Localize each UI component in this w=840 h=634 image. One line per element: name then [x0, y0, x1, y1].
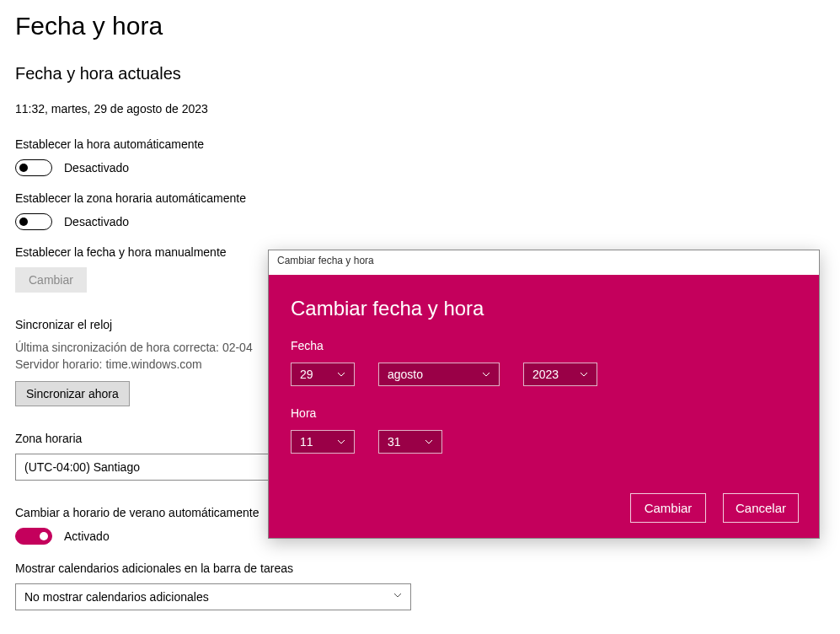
cal-value: No mostrar calendarios adicionales: [24, 590, 209, 604]
page-title: Fecha y hora: [15, 12, 825, 40]
additional-calendars-block: Mostrar calendarios adicionales en la ba…: [15, 561, 825, 610]
dst-state: Activado: [64, 529, 110, 543]
sync-now-button[interactable]: Sincronizar ahora: [15, 381, 130, 406]
dst-toggle[interactable]: [15, 528, 52, 545]
dialog-time-row: 11 31: [291, 430, 797, 454]
year-value: 2023: [532, 368, 559, 381]
dialog-cancel-button[interactable]: Cancelar: [723, 493, 799, 523]
chevron-down-icon: [337, 439, 345, 444]
chevron-down-icon: [580, 372, 588, 377]
tz-value: (UTC-04:00) Santiago: [24, 460, 140, 474]
dialog-ok-button[interactable]: Cambiar: [630, 493, 706, 523]
dialog-titlebar: Cambiar fecha y hora: [269, 250, 819, 275]
auto-time-label: Establecer la hora automáticamente: [15, 137, 825, 151]
month-value: agosto: [388, 368, 423, 381]
current-datetime: 11:32, martes, 29 de agosto de 2023: [15, 102, 825, 116]
chevron-down-icon: [482, 372, 490, 377]
chevron-down-icon: [425, 439, 433, 444]
day-value: 29: [300, 368, 313, 381]
year-select[interactable]: 2023: [523, 363, 597, 386]
auto-tz-state: Desactivado: [64, 215, 129, 228]
dialog-body: Cambiar fecha y hora Fecha 29 agosto 202…: [269, 275, 819, 538]
dialog-date-row: 29 agosto 2023: [291, 363, 797, 386]
auto-time-state: Desactivado: [64, 161, 129, 175]
chevron-down-icon: [337, 372, 345, 377]
auto-tz-toggle[interactable]: [15, 213, 52, 230]
change-datetime-button[interactable]: Cambiar: [15, 267, 87, 293]
auto-tz-block: Establecer la zona horaria automáticamen…: [15, 191, 825, 230]
hour-value: 11: [300, 435, 313, 449]
change-datetime-dialog: Cambiar fecha y hora Cambiar fecha y hor…: [268, 250, 820, 539]
chevron-down-icon: [393, 593, 402, 601]
dialog-heading: Cambiar fecha y hora: [291, 297, 797, 320]
auto-time-block: Establecer la hora automáticamente Desac…: [15, 137, 825, 176]
dialog-date-label: Fecha: [291, 339, 797, 352]
auto-tz-label: Establecer la zona horaria automáticamen…: [15, 191, 825, 205]
hour-select[interactable]: 11: [291, 430, 355, 454]
day-select[interactable]: 29: [291, 363, 355, 386]
dialog-actions: Cambiar Cancelar: [630, 493, 799, 523]
auto-time-toggle[interactable]: [15, 159, 52, 176]
cal-label: Mostrar calendarios adicionales en la ba…: [15, 561, 825, 575]
month-select[interactable]: agosto: [378, 363, 500, 386]
minute-select[interactable]: 31: [378, 430, 442, 454]
dialog-time-label: Hora: [291, 406, 797, 420]
minute-value: 31: [388, 435, 401, 449]
page-subtitle: Fecha y hora actuales: [15, 64, 825, 83]
cal-select[interactable]: No mostrar calendarios adicionales: [15, 583, 411, 610]
